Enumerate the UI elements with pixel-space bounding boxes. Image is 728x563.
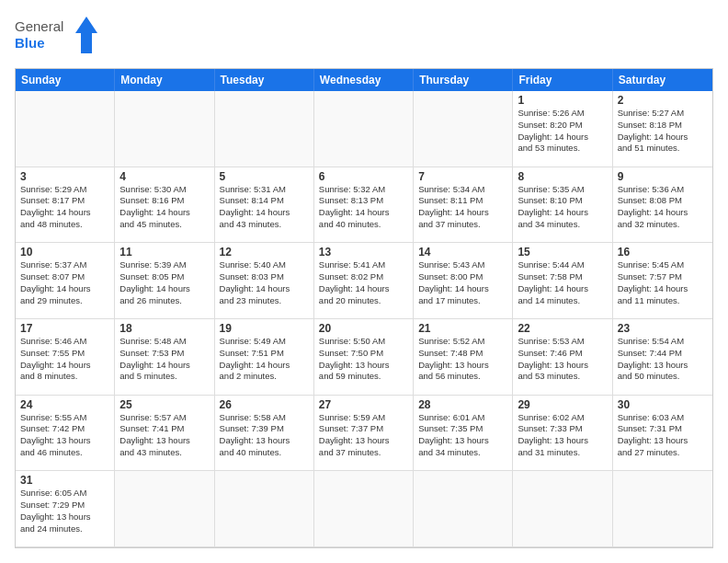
empty-cell: [115, 471, 214, 547]
calendar-cell: 20Sunrise: 5:50 AM Sunset: 7:50 PM Dayli…: [314, 319, 414, 396]
cell-info: Sunrise: 5:50 AM Sunset: 7:50 PM Dayligh…: [319, 336, 408, 383]
cell-info: Sunrise: 5:57 AM Sunset: 7:41 PM Dayligh…: [119, 412, 209, 459]
cell-info: Sunrise: 5:29 AM Sunset: 8:17 PM Dayligh…: [20, 184, 109, 231]
calendar-cell: 13Sunrise: 5:41 AM Sunset: 8:02 PM Dayli…: [314, 243, 414, 319]
cell-info: Sunrise: 5:53 AM Sunset: 7:46 PM Dayligh…: [518, 336, 607, 383]
calendar: SundayMondayTuesdayWednesdayThursdayFrid…: [15, 68, 713, 548]
cell-info: Sunrise: 6:05 AM Sunset: 7:29 PM Dayligh…: [20, 488, 109, 534]
calendar-cell: 12Sunrise: 5:40 AM Sunset: 8:03 PM Dayli…: [215, 243, 314, 319]
cell-info: Sunrise: 5:46 AM Sunset: 7:55 PM Dayligh…: [20, 336, 109, 383]
calendar-cell: 25Sunrise: 5:57 AM Sunset: 7:41 PM Dayli…: [115, 396, 214, 472]
svg-text:Blue: Blue: [15, 35, 45, 51]
cell-info: Sunrise: 5:36 AM Sunset: 8:08 PM Dayligh…: [618, 184, 708, 231]
calendar-cell: 16Sunrise: 5:45 AM Sunset: 7:57 PM Dayli…: [613, 243, 712, 319]
cell-info: Sunrise: 5:34 AM Sunset: 8:11 PM Dayligh…: [418, 184, 507, 231]
cell-day-number: 16: [618, 246, 708, 259]
cell-day-number: 23: [618, 322, 708, 335]
calendar-cell: 21Sunrise: 5:52 AM Sunset: 7:48 PM Dayli…: [414, 319, 513, 396]
cell-day-number: 1: [518, 94, 607, 107]
empty-cell: [513, 471, 612, 547]
cell-day-number: 21: [418, 322, 507, 335]
calendar-cell: 18Sunrise: 5:48 AM Sunset: 7:53 PM Dayli…: [115, 319, 214, 396]
cell-day-number: 5: [220, 170, 309, 183]
empty-cell: [314, 91, 414, 167]
cell-day-number: 29: [518, 398, 607, 411]
cell-day-number: 17: [20, 322, 109, 335]
cell-day-number: 2: [618, 94, 708, 107]
cell-day-number: 31: [20, 474, 109, 487]
svg-text:General: General: [15, 18, 63, 34]
cell-info: Sunrise: 5:54 AM Sunset: 7:44 PM Dayligh…: [618, 336, 708, 383]
cell-info: Sunrise: 5:30 AM Sunset: 8:16 PM Dayligh…: [119, 184, 209, 231]
cell-day-number: 28: [418, 398, 507, 411]
cell-day-number: 7: [418, 170, 507, 183]
calendar-cell: 8Sunrise: 5:35 AM Sunset: 8:10 PM Daylig…: [513, 167, 612, 244]
calendar-cell: 2Sunrise: 5:27 AM Sunset: 8:18 PM Daylig…: [613, 91, 712, 167]
cell-info: Sunrise: 5:43 AM Sunset: 8:00 PM Dayligh…: [418, 259, 507, 306]
empty-cell: [115, 91, 214, 167]
cell-day-number: 19: [220, 322, 309, 335]
calendar-cell: 19Sunrise: 5:49 AM Sunset: 7:51 PM Dayli…: [215, 319, 314, 396]
cell-info: Sunrise: 5:44 AM Sunset: 7:58 PM Dayligh…: [518, 259, 607, 306]
cell-day-number: 10: [20, 246, 109, 259]
svg-marker-2: [75, 17, 97, 53]
cell-day-number: 13: [319, 246, 408, 259]
header: General Blue: [15, 15, 713, 59]
cell-info: Sunrise: 5:45 AM Sunset: 7:57 PM Dayligh…: [618, 259, 708, 306]
cell-info: Sunrise: 5:52 AM Sunset: 7:48 PM Dayligh…: [418, 336, 507, 383]
cell-day-number: 3: [20, 170, 109, 183]
day-header: Monday: [115, 69, 214, 91]
cell-day-number: 12: [220, 246, 309, 259]
cell-day-number: 6: [319, 170, 408, 183]
calendar-cell: 17Sunrise: 5:46 AM Sunset: 7:55 PM Dayli…: [16, 319, 115, 396]
cell-info: Sunrise: 5:39 AM Sunset: 8:05 PM Dayligh…: [119, 259, 209, 306]
cell-day-number: 8: [518, 170, 607, 183]
calendar-cell: 27Sunrise: 5:59 AM Sunset: 7:37 PM Dayli…: [314, 396, 414, 472]
cell-info: Sunrise: 6:01 AM Sunset: 7:35 PM Dayligh…: [418, 412, 507, 459]
empty-cell: [613, 471, 712, 547]
calendar-cell: 31Sunrise: 6:05 AM Sunset: 7:29 PM Dayli…: [16, 471, 115, 547]
cell-day-number: 27: [319, 398, 408, 411]
calendar-cell: 1Sunrise: 5:26 AM Sunset: 8:20 PM Daylig…: [513, 91, 612, 167]
calendar-cell: 3Sunrise: 5:29 AM Sunset: 8:17 PM Daylig…: [16, 167, 115, 244]
empty-cell: [215, 471, 314, 547]
cell-info: Sunrise: 5:37 AM Sunset: 8:07 PM Dayligh…: [20, 259, 109, 306]
cell-day-number: 26: [220, 398, 309, 411]
empty-cell: [414, 471, 513, 547]
cell-info: Sunrise: 5:32 AM Sunset: 8:13 PM Dayligh…: [319, 184, 408, 231]
logo: General Blue: [15, 15, 102, 59]
page: General Blue SundayMondayTuesdayWednesda…: [0, 0, 728, 563]
calendar-cell: 28Sunrise: 6:01 AM Sunset: 7:35 PM Dayli…: [414, 396, 513, 472]
cell-day-number: 30: [618, 398, 708, 411]
cell-info: Sunrise: 5:26 AM Sunset: 8:20 PM Dayligh…: [518, 108, 607, 155]
day-header: Saturday: [613, 69, 712, 91]
cell-info: Sunrise: 6:03 AM Sunset: 7:31 PM Dayligh…: [618, 412, 708, 459]
calendar-grid: 1Sunrise: 5:26 AM Sunset: 8:20 PM Daylig…: [16, 91, 712, 547]
cell-day-number: 4: [119, 170, 209, 183]
calendar-cell: 4Sunrise: 5:30 AM Sunset: 8:16 PM Daylig…: [115, 167, 214, 244]
calendar-cell: 23Sunrise: 5:54 AM Sunset: 7:44 PM Dayli…: [613, 319, 712, 396]
cell-info: Sunrise: 5:59 AM Sunset: 7:37 PM Dayligh…: [319, 412, 408, 459]
cell-day-number: 18: [119, 322, 209, 335]
calendar-cell: 5Sunrise: 5:31 AM Sunset: 8:14 PM Daylig…: [215, 167, 314, 244]
day-header: Friday: [513, 69, 612, 91]
cell-info: Sunrise: 5:49 AM Sunset: 7:51 PM Dayligh…: [220, 336, 309, 383]
day-header: Sunday: [16, 69, 115, 91]
cell-day-number: 15: [518, 246, 607, 259]
cell-day-number: 11: [119, 246, 209, 259]
cell-info: Sunrise: 5:31 AM Sunset: 8:14 PM Dayligh…: [220, 184, 309, 231]
cell-day-number: 25: [119, 398, 209, 411]
logo-svg: General Blue: [15, 15, 102, 59]
calendar-cell: 15Sunrise: 5:44 AM Sunset: 7:58 PM Dayli…: [513, 243, 612, 319]
cell-info: Sunrise: 5:35 AM Sunset: 8:10 PM Dayligh…: [518, 184, 607, 231]
empty-cell: [314, 471, 414, 547]
calendar-cell: 14Sunrise: 5:43 AM Sunset: 8:00 PM Dayli…: [414, 243, 513, 319]
cell-day-number: 24: [20, 398, 109, 411]
calendar-cell: 29Sunrise: 6:02 AM Sunset: 7:33 PM Dayli…: [513, 396, 612, 472]
day-header: Tuesday: [215, 69, 314, 91]
day-header: Wednesday: [314, 69, 414, 91]
calendar-cell: 10Sunrise: 5:37 AM Sunset: 8:07 PM Dayli…: [16, 243, 115, 319]
day-header: Thursday: [414, 69, 513, 91]
cell-info: Sunrise: 5:55 AM Sunset: 7:42 PM Dayligh…: [20, 412, 109, 459]
calendar-cell: 7Sunrise: 5:34 AM Sunset: 8:11 PM Daylig…: [414, 167, 513, 244]
